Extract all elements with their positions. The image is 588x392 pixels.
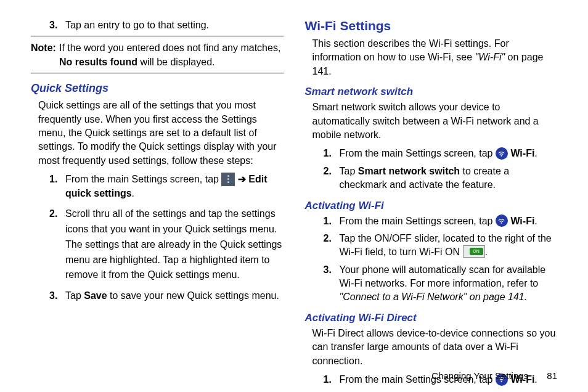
on-switch-icon: ON [463, 245, 485, 258]
list-item: 2. Scroll thru all of the settings and t… [49, 206, 284, 283]
activating-wifi-direct-heading: Activating Wi-Fi Direct [305, 312, 558, 324]
page-number: 81 [547, 370, 557, 381]
note-block: Note: If the word you entered does not f… [31, 41, 284, 69]
step-text: Tap Save to save your new Quick settings… [65, 289, 284, 303]
wifi-icon [496, 214, 508, 227]
step-number: 3. [49, 289, 65, 303]
step-text: From the main Settings screen, tap Wi-Fi… [340, 147, 558, 160]
text-fragment: Tap [340, 166, 358, 176]
bold-text: Wi-Fi [508, 216, 534, 226]
text-fragment: . [534, 216, 537, 226]
list-item: 2. Tap the ON/OFF slider, located to the… [324, 232, 558, 259]
list-item: 3. Tap Save to save your new Quick setti… [49, 289, 284, 303]
bold-text: Save [84, 290, 107, 301]
step-number: 1. [324, 147, 340, 160]
text-fragment: . [534, 148, 537, 158]
italic-text: "Connect to a Wi-Fi Network" on page 141… [340, 292, 528, 302]
step-text: From the main Settings screen, tap Wi-Fi… [340, 214, 558, 228]
note-label: Note: [31, 41, 59, 69]
note-bold: No results found [59, 57, 137, 67]
note-text-post: will be displayed. [137, 57, 214, 67]
step-text: Tap an entry to go to that setting. [65, 18, 284, 32]
smart-network-switch-heading: Smart network switch [305, 86, 558, 98]
smart-network-switch-body: Smart network switch allows your device … [312, 100, 558, 142]
step-number: 2. [49, 206, 65, 283]
bold-text: Smart network switch [358, 166, 460, 176]
wifi-direct-body: Wi-Fi Direct allows device-to-device con… [312, 327, 558, 368]
quick-settings-body: Quick settings are all of the settings t… [38, 99, 284, 168]
text-fragment: From the main Settings screen, tap [65, 174, 221, 184]
text-fragment: From the main Settings screen, tap [340, 216, 496, 226]
text-fragment: Tap [65, 290, 84, 301]
text-fragment: to save your new Quick settings menu. [107, 290, 279, 301]
step-number: 3. [324, 263, 340, 304]
text-fragment: Tap the ON/OFF slider, located to the ri… [340, 233, 552, 257]
step-text: Your phone will automatically scan for a… [340, 263, 558, 304]
quick-settings-heading: Quick Settings [31, 82, 284, 95]
right-column: Wi-Fi Settings This section describes th… [305, 18, 558, 390]
italic-text: "Wi-Fi" [475, 52, 505, 62]
divider [31, 36, 284, 36]
wifi-settings-heading: Wi-Fi Settings [305, 18, 558, 33]
note-text: If the word you entered does not find an… [59, 43, 280, 53]
list-item: 1. From the main Settings screen, tap ➔ … [49, 173, 284, 200]
step-text: Tap Smart network switch to create a che… [340, 165, 558, 192]
page-footer: Changing Your Settings 81 [431, 370, 557, 381]
step-number: 1. [324, 373, 340, 386]
list-item: 1. From the main Settings screen, tap Wi… [324, 147, 558, 160]
step-number: 1. [49, 173, 65, 200]
activating-wifi-heading: Activating Wi-Fi [305, 200, 558, 212]
bold-text: Wi-Fi [508, 148, 534, 158]
text-fragment: From the main Settings screen, tap [340, 148, 496, 158]
text-fragment: . [485, 247, 488, 257]
on-label: ON [470, 248, 483, 255]
divider [31, 73, 284, 73]
step-text: From the main Settings screen, tap ➔ Edi… [65, 173, 284, 200]
step-text: Tap the ON/OFF slider, located to the ri… [340, 232, 558, 259]
step-number: 2. [324, 232, 340, 259]
wifi-settings-body: This section describes the Wi-Fi setting… [312, 37, 558, 78]
text-fragment: Your phone will automatically scan for a… [340, 264, 546, 288]
note-content: If the word you entered does not find an… [59, 41, 284, 69]
overflow-menu-icon [221, 173, 235, 186]
step-number: 1. [324, 214, 340, 228]
step-text: Scroll thru all of the settings and tap … [65, 206, 284, 283]
step-number: 2. [324, 165, 340, 192]
list-item: 3. Your phone will automatically scan fo… [324, 263, 558, 304]
left-column: 3. Tap an entry to go to that setting. N… [31, 18, 284, 390]
footer-section: Changing Your Settings [431, 370, 528, 381]
text-fragment: . [132, 188, 134, 198]
wifi-icon [496, 147, 508, 160]
step-number: 3. [49, 18, 65, 32]
list-item: 1. From the main Settings screen, tap Wi… [324, 214, 558, 228]
list-item: 2. Tap Smart network switch to create a … [324, 165, 558, 192]
arrow-icon: ➔ [235, 174, 248, 184]
list-item: 3. Tap an entry to go to that setting. [49, 18, 284, 32]
